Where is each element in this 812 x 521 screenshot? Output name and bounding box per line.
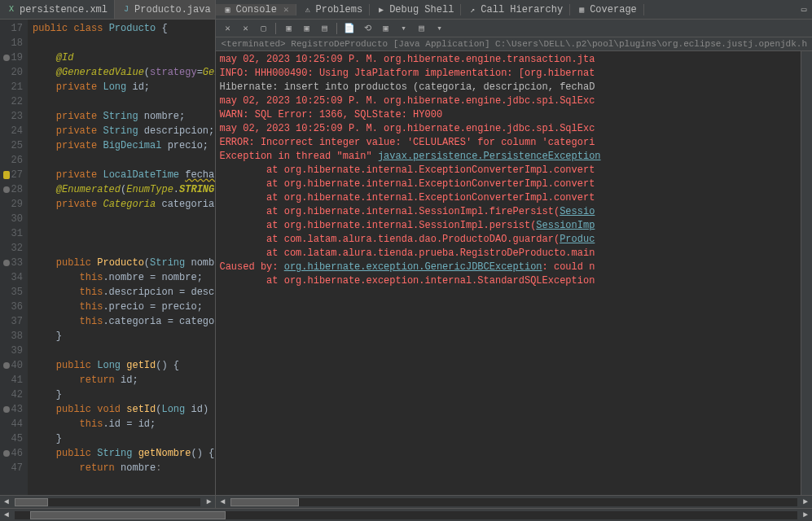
toolbar-button[interactable]: ✕ bbox=[221, 22, 234, 35]
stacktrace-link[interactable]: Sessio bbox=[560, 206, 595, 217]
code-line[interactable]: private Long id; bbox=[33, 80, 215, 94]
code-line[interactable]: } bbox=[33, 431, 215, 446]
line-number: 35 bbox=[11, 285, 23, 300]
console-output[interactable]: may 02, 2023 10:25:09 P. M. org.hibernat… bbox=[216, 51, 801, 495]
scrollbar-thumb[interactable] bbox=[230, 498, 298, 506]
code-line[interactable]: @Id bbox=[33, 50, 215, 65]
view-tab[interactable]: ▶Debug Shell bbox=[370, 4, 461, 15]
code-line[interactable] bbox=[33, 94, 215, 109]
breakpoint-marker[interactable] bbox=[3, 450, 10, 457]
close-icon[interactable]: ✕ bbox=[283, 4, 289, 15]
view-icon: ▦ bbox=[577, 5, 586, 15]
stacktrace-link[interactable]: Produc bbox=[560, 234, 595, 245]
code-line[interactable]: this.descripcion = descripcion; bbox=[33, 285, 215, 300]
warning-marker[interactable] bbox=[3, 171, 10, 179]
line-number: 43 bbox=[11, 402, 23, 417]
code-line[interactable]: public Producto(String nombre, Strin bbox=[33, 256, 215, 270]
view-tab[interactable]: ↗Call Hierarchy bbox=[461, 4, 570, 15]
line-number: 36 bbox=[11, 300, 23, 314]
code-line[interactable]: public Long getId() { bbox=[33, 358, 215, 373]
code-line[interactable]: private BigDecimal precio; bbox=[33, 138, 215, 153]
stacktrace-link[interactable]: javax.persistence.PersistenceException bbox=[378, 151, 601, 162]
tab-label: Call Hierarchy bbox=[481, 4, 563, 15]
console-vertical-scrollbar[interactable] bbox=[801, 51, 812, 495]
code-line[interactable]: private String descripcion; bbox=[33, 124, 215, 138]
tab-label: Coverage bbox=[590, 4, 637, 15]
code-line[interactable]: this.nombre = nombre; bbox=[33, 270, 215, 285]
code-line[interactable]: @GeneratedValue(strategy=GenerationT bbox=[33, 65, 215, 80]
toolbar-button[interactable]: ⟲ bbox=[361, 22, 374, 35]
code-line[interactable] bbox=[33, 212, 215, 226]
toolbar-button[interactable]: ▣ bbox=[282, 22, 295, 35]
scroll-left-arrow[interactable]: ◄ bbox=[0, 510, 13, 519]
console-horizontal-scrollbar[interactable]: ◄ ► bbox=[216, 495, 812, 508]
toolbar-button[interactable]: ▾ bbox=[397, 22, 410, 35]
toolbar-button[interactable]: ▣ bbox=[300, 22, 313, 35]
view-tab[interactable]: ▣Console✕ bbox=[216, 4, 296, 15]
scroll-left-arrow[interactable]: ◄ bbox=[216, 497, 229, 506]
toolbar-button[interactable]: ▤ bbox=[318, 22, 331, 35]
view-tab[interactable]: ⚠Problems bbox=[296, 4, 371, 15]
code-line[interactable]: public void setId(Long id) { bbox=[33, 402, 215, 417]
line-number: 18 bbox=[11, 36, 23, 50]
console-line: at com.latam.alura.tienda.prueba.Registr… bbox=[219, 247, 797, 260]
toolbar-button[interactable]: 📄 bbox=[343, 22, 356, 35]
code-line[interactable]: } bbox=[33, 329, 215, 344]
code-line[interactable]: return id; bbox=[33, 373, 215, 387]
breakpoint-marker[interactable] bbox=[3, 260, 10, 266]
toolbar-button[interactable]: ▾ bbox=[432, 22, 446, 35]
console-line: at org.hibernate.exception.internal.Stan… bbox=[219, 274, 797, 288]
scroll-right-arrow[interactable]: ► bbox=[799, 497, 812, 506]
breakpoint-marker[interactable] bbox=[3, 186, 10, 193]
tab-label: Problems bbox=[316, 4, 363, 15]
line-number: 34 bbox=[11, 270, 23, 285]
toolbar-button[interactable]: ▤ bbox=[415, 22, 428, 35]
tab-label: Debug Shell bbox=[389, 4, 454, 15]
toolbar-button[interactable]: ▣ bbox=[379, 22, 392, 35]
view-tab[interactable]: ▦Coverage bbox=[570, 4, 644, 15]
view-icon: ▶ bbox=[376, 5, 386, 15]
code-line[interactable] bbox=[33, 36, 215, 50]
breakpoint-marker[interactable] bbox=[3, 362, 10, 369]
line-number: 30 bbox=[11, 212, 23, 226]
toolbar-button[interactable]: ▢ bbox=[257, 22, 270, 35]
code-line[interactable] bbox=[33, 241, 215, 256]
stacktrace-link[interactable]: org.hibernate.exception.GenericJDBCExcep… bbox=[284, 261, 542, 273]
code-line[interactable]: this.precio = precio; bbox=[33, 300, 215, 314]
toolbar-button[interactable]: ✕ bbox=[239, 22, 252, 35]
editor-tab[interactable]: Xpersistence.xml bbox=[0, 0, 115, 19]
code-line[interactable]: public class Producto { bbox=[33, 21, 215, 36]
breakpoint-marker[interactable] bbox=[3, 406, 10, 413]
code-line[interactable]: private String nombre; bbox=[33, 109, 215, 124]
console-line: at org.hibernate.internal.SessionImpl.fi… bbox=[219, 205, 797, 219]
code-line[interactable]: @Enumerated(EnumType.STRING) bbox=[33, 182, 215, 197]
code-line[interactable]: private LocalDateTime fechaDeRegistr bbox=[33, 168, 215, 182]
scroll-left-arrow[interactable]: ◄ bbox=[0, 497, 13, 506]
line-number: 29 bbox=[11, 197, 23, 212]
scrollbar-thumb[interactable] bbox=[15, 498, 48, 506]
console-line: may 02, 2023 10:25:09 P. M. org.hibernat… bbox=[219, 94, 797, 108]
code-line[interactable]: private Categoria categoria; bbox=[33, 197, 215, 212]
code-line[interactable]: this.categoria = categoria; bbox=[33, 314, 215, 329]
scroll-right-arrow[interactable]: ► bbox=[799, 510, 812, 519]
stacktrace-link[interactable]: SessionImp bbox=[536, 220, 595, 231]
code-line[interactable] bbox=[33, 344, 215, 358]
code-editor[interactable]: public class Producto { @Id @GeneratedVa… bbox=[28, 20, 215, 495]
code-line[interactable]: public String getNombre() { bbox=[33, 446, 215, 461]
code-line[interactable]: return nombre: bbox=[33, 461, 215, 475]
bottom-horizontal-scrollbar[interactable]: ◄ ► bbox=[0, 508, 812, 521]
line-number: 38 bbox=[11, 329, 23, 344]
console-line: at org.hibernate.internal.SessionImpl.pe… bbox=[219, 219, 797, 233]
code-line[interactable]: } bbox=[33, 387, 215, 402]
breakpoint-marker[interactable] bbox=[3, 55, 10, 61]
code-line[interactable] bbox=[33, 226, 215, 241]
line-number: 31 bbox=[11, 226, 23, 241]
code-line[interactable] bbox=[33, 153, 215, 168]
scrollbar-thumb[interactable] bbox=[30, 511, 226, 519]
code-line[interactable]: this.id = id; bbox=[33, 417, 215, 431]
editor-tab[interactable]: JProducto.java✕ bbox=[115, 0, 215, 19]
minimize-icon[interactable]: ▭ bbox=[797, 3, 810, 16]
scroll-right-arrow[interactable]: ► bbox=[202, 497, 215, 506]
editor-horizontal-scrollbar[interactable]: ◄ ► bbox=[0, 495, 215, 508]
console-line: at org.hibernate.internal.ExceptionConve… bbox=[219, 164, 797, 177]
